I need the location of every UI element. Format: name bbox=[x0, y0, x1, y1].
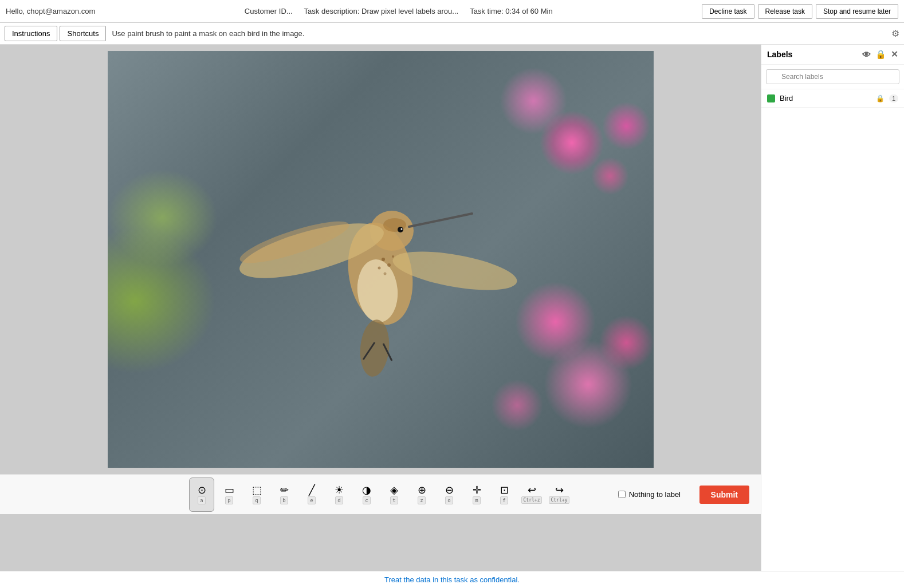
undo-icon: ↩ bbox=[528, 485, 536, 495]
search-wrapper: 🔍 bbox=[766, 69, 899, 84]
close-icon[interactable]: ✕ bbox=[891, 49, 898, 60]
header-bar: Hello, chopt@amazon.com Customer ID... T… bbox=[0, 0, 904, 23]
crop-icon: ⊡ bbox=[500, 485, 509, 495]
image-container[interactable] bbox=[107, 50, 654, 468]
svg-point-15 bbox=[384, 273, 387, 275]
undo-tool[interactable]: ↩ Ctrl+z bbox=[519, 477, 544, 512]
redo-tool[interactable]: ↪ Ctrl+y bbox=[547, 477, 572, 512]
brightness-tool[interactable]: ☀ d bbox=[327, 477, 352, 512]
brush-tool[interactable]: ✏ b bbox=[272, 477, 297, 512]
right-panel: Labels 👁 🔒 ✕ 🔍 Bird 🔒 1 bbox=[761, 45, 904, 571]
circle-key: a bbox=[198, 496, 205, 504]
zoom-out-key: o bbox=[445, 496, 453, 504]
rect-select-tool[interactable]: ▭ p bbox=[217, 477, 242, 512]
task-time: Task time: 0:34 of 60 Min bbox=[470, 7, 553, 15]
rect-select2-tool[interactable]: ⬚ q bbox=[244, 477, 269, 512]
brightness-icon: ☀ bbox=[335, 485, 344, 495]
task-info: Customer ID... Task description: Draw pi… bbox=[107, 7, 690, 15]
rect-select2-key: q bbox=[253, 496, 260, 504]
fill-tool[interactable]: ◈ t bbox=[382, 477, 407, 512]
svg-point-12 bbox=[387, 263, 391, 267]
redo-icon: ↪ bbox=[555, 485, 564, 495]
rect-select-icon: ▭ bbox=[225, 485, 234, 495]
task-description: Task description: Draw pixel level label… bbox=[304, 7, 459, 15]
bottom-confidential-bar: Treat the data in this task as confident… bbox=[0, 571, 904, 588]
circle-icon: ⊙ bbox=[198, 485, 206, 495]
stop-resume-button[interactable]: Stop and resume later bbox=[816, 4, 898, 19]
move-icon: ✛ bbox=[473, 485, 481, 495]
label-color-bird bbox=[767, 94, 775, 102]
contrast-key: c bbox=[363, 496, 370, 504]
release-task-button[interactable]: Release task bbox=[758, 4, 812, 19]
contrast-icon: ◑ bbox=[362, 485, 371, 495]
rect-select-key: p bbox=[225, 496, 233, 504]
bottom-toolbar: ⊙ a ▭ p ⬚ q ✏ b ╱ e bbox=[0, 474, 761, 514]
zoom-out-tool[interactable]: ⊖ o bbox=[437, 477, 462, 512]
greeting-text: Hello, chopt@amazon.com bbox=[6, 7, 95, 15]
svg-line-4 bbox=[409, 214, 472, 227]
labels-header: Labels 👁 🔒 ✕ bbox=[761, 45, 904, 65]
nothing-to-label-label[interactable]: Nothing to label bbox=[629, 490, 681, 499]
zoom-out-icon: ⊖ bbox=[445, 485, 454, 495]
move-key: m bbox=[473, 496, 480, 504]
canvas-wrapper: ⊙ a ▭ p ⬚ q ✏ b ╱ e bbox=[0, 45, 761, 571]
customer-id: Customer ID... bbox=[245, 7, 293, 15]
hummingbird-image bbox=[108, 51, 654, 468]
shortcuts-tab[interactable]: Shortcuts bbox=[60, 26, 106, 41]
label-name-bird: Bird bbox=[780, 94, 871, 102]
settings-icon[interactable]: ⚙ bbox=[891, 28, 899, 39]
circle-tool[interactable]: ⊙ a bbox=[189, 477, 214, 512]
label-count-bird: 1 bbox=[889, 94, 898, 102]
label-item-bird[interactable]: Bird 🔒 1 bbox=[761, 89, 904, 108]
labels-header-icons: 👁 🔒 ✕ bbox=[862, 49, 898, 60]
move-tool[interactable]: ✛ m bbox=[464, 477, 489, 512]
bird-overlay bbox=[237, 131, 524, 388]
brightness-key: d bbox=[335, 496, 343, 504]
zoom-in-icon: ⊕ bbox=[418, 485, 426, 495]
undo-key: Ctrl+z bbox=[521, 496, 543, 504]
instruction-text: Use paint brush to paint a mask on each … bbox=[112, 29, 889, 38]
svg-point-13 bbox=[378, 267, 381, 270]
eye-icon[interactable]: 👁 bbox=[862, 50, 871, 60]
lock-icon[interactable]: 🔒 bbox=[875, 49, 886, 60]
decline-task-button[interactable]: Decline task bbox=[702, 4, 754, 19]
toolbar-bar: Instructions Shortcuts Use paint brush t… bbox=[0, 23, 904, 45]
labels-title: Labels bbox=[767, 50, 862, 59]
eraser-key: e bbox=[308, 496, 315, 504]
svg-point-11 bbox=[382, 258, 385, 261]
label-lock-bird: 🔒 bbox=[876, 94, 885, 102]
brush-key: b bbox=[280, 496, 288, 504]
confidential-text: Treat the data in this task as confident… bbox=[384, 575, 520, 584]
label-list: Bird 🔒 1 bbox=[761, 89, 904, 108]
fill-icon: ◈ bbox=[390, 485, 398, 495]
nothing-to-label-checkbox[interactable] bbox=[618, 491, 626, 498]
contrast-tool[interactable]: ◑ c bbox=[354, 477, 379, 512]
instructions-tab[interactable]: Instructions bbox=[5, 26, 57, 41]
brush-icon: ✏ bbox=[280, 485, 289, 495]
crop-key: f bbox=[500, 496, 508, 504]
search-labels-container: 🔍 bbox=[761, 65, 904, 89]
svg-point-16 bbox=[398, 227, 403, 232]
zoom-in-tool[interactable]: ⊕ z bbox=[409, 477, 434, 512]
fill-key: t bbox=[390, 496, 398, 504]
nothing-label-area: Nothing to label bbox=[618, 490, 681, 499]
eraser-tool[interactable]: ╱ e bbox=[299, 477, 324, 512]
svg-point-14 bbox=[392, 255, 394, 258]
rect-select2-icon: ⬚ bbox=[252, 485, 262, 495]
redo-key: Ctrl+y bbox=[549, 496, 570, 504]
eraser-icon: ╱ bbox=[309, 485, 315, 495]
submit-button[interactable]: Submit bbox=[699, 486, 749, 504]
svg-point-17 bbox=[401, 228, 403, 230]
header-buttons: Decline task Release task Stop and resum… bbox=[702, 4, 898, 19]
zoom-in-key: z bbox=[418, 496, 425, 504]
search-labels-input[interactable] bbox=[766, 69, 899, 84]
crop-tool[interactable]: ⊡ f bbox=[492, 477, 517, 512]
